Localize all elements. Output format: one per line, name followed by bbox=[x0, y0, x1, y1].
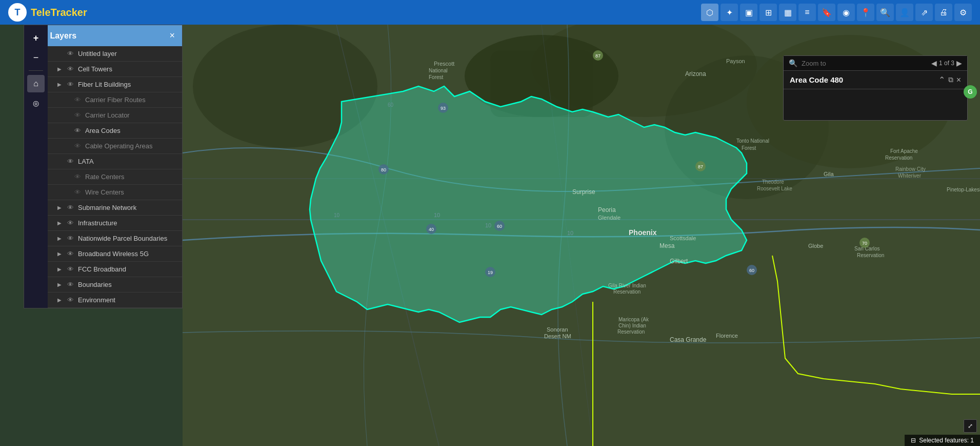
filter-nav-btn[interactable]: ⊞ bbox=[759, 4, 777, 21]
logo-text: TeleTracker bbox=[31, 7, 87, 18]
settings-nav-btn[interactable]: ⚙ bbox=[954, 4, 972, 21]
svg-text:10: 10 bbox=[334, 212, 340, 218]
layer-label-fcc-broadband: FCC Broadband bbox=[78, 265, 175, 273]
svg-text:60: 60 bbox=[497, 224, 502, 229]
layer-label-boundaries: Boundaries bbox=[78, 281, 175, 288]
svg-text:Sonoran: Sonoran bbox=[547, 326, 568, 333]
eye-icon-submarine: 👁 bbox=[67, 204, 74, 211]
add-tool-btn[interactable]: + bbox=[27, 29, 45, 47]
layer-label-carrier-locator: Carrier Locator bbox=[85, 111, 175, 119]
expand-icon-fiber-buildings: ▶ bbox=[56, 81, 63, 88]
svg-text:Arizona: Arizona bbox=[685, 70, 706, 77]
layer-item-rate-centers[interactable]: 👁 Rate Centers bbox=[48, 169, 182, 185]
feature-header: Area Code 480 ⌃ ⧉ × bbox=[784, 71, 967, 89]
layer-item-broadband-wireless[interactable]: ▶ 👁 Broadband Wireless 5G bbox=[48, 246, 182, 262]
svg-text:87: 87 bbox=[595, 53, 601, 59]
search-bar: 🔍 ◀ 1 of 3 ▶ bbox=[784, 56, 967, 71]
record-nav-btn[interactable]: ◉ bbox=[837, 4, 855, 21]
layer-item-boundaries[interactable]: ▶ 👁 Boundaries bbox=[48, 277, 182, 293]
layer-item-carrier-fiber[interactable]: 👁 Carrier Fiber Routes bbox=[48, 92, 182, 108]
svg-text:87: 87 bbox=[698, 164, 703, 169]
svg-text:60: 60 bbox=[749, 268, 754, 273]
logo-icon: T bbox=[8, 3, 27, 22]
search-next-button[interactable]: ▶ bbox=[956, 59, 962, 67]
selected-icon: ⊟ bbox=[911, 437, 916, 444]
svg-text:Globe: Globe bbox=[808, 243, 823, 249]
svg-text:80: 80 bbox=[381, 167, 386, 172]
bookmark-nav-btn[interactable]: 🔖 bbox=[818, 4, 835, 21]
layer-item-cell-towers[interactable]: ▶ 👁 Cell Towers bbox=[48, 62, 182, 77]
svg-text:Prescott: Prescott bbox=[434, 61, 454, 67]
svg-text:Reservation: Reservation bbox=[857, 253, 884, 258]
map-area[interactable]: 10 10 10 60 10 Surprise Peoria Glendale … bbox=[183, 25, 980, 446]
pin-nav-btn[interactable]: 📍 bbox=[857, 4, 874, 21]
home-tool-btn[interactable]: ⌂ bbox=[27, 75, 45, 92]
svg-text:Florence: Florence bbox=[716, 333, 738, 339]
eye-icon-parcel-boundaries: 👁 bbox=[67, 235, 74, 242]
layers-nav-btn[interactable]: ⬡ bbox=[701, 4, 718, 21]
svg-text:Payson: Payson bbox=[726, 58, 745, 64]
eye-icon-carrier-locator: 👁 bbox=[74, 111, 81, 119]
eye-icon-area-codes: 👁 bbox=[74, 127, 81, 134]
user-nav-btn[interactable]: 👤 bbox=[896, 4, 913, 21]
layer-item-untitled[interactable]: 👁 Untitled layer bbox=[48, 46, 182, 62]
eye-icon-broadband-wireless: 👁 bbox=[67, 250, 74, 258]
layer-item-cable-areas[interactable]: 👁 Cable Operating Areas bbox=[48, 139, 182, 154]
search-nav-btn[interactable]: 🔍 bbox=[876, 4, 894, 21]
layer-item-environment[interactable]: ▶ 👁 Environment bbox=[48, 293, 182, 308]
navbar: T TeleTracker ⬡ ✦ ▣ ⊞ ▦ ≡ 🔖 ◉ 📍 🔍 👤 ⇗ 🖨 … bbox=[0, 0, 980, 25]
svg-text:Mesa: Mesa bbox=[659, 242, 675, 249]
layer-item-carrier-locator[interactable]: 👁 Carrier Locator bbox=[48, 108, 182, 123]
list-nav-btn[interactable]: ≡ bbox=[798, 4, 816, 21]
layer-item-parcel-boundaries[interactable]: ▶ 👁 Nationwide Parcel Boundaries bbox=[48, 231, 182, 246]
layer-item-infrastructure[interactable]: ▶ 👁 Infrastructure bbox=[48, 216, 182, 231]
location-tool-btn[interactable]: ◎ bbox=[27, 94, 45, 112]
expand-icon-broadband-wireless: ▶ bbox=[56, 250, 63, 258]
expand-icon-untitled bbox=[56, 50, 63, 57]
search-prev-button[interactable]: ◀ bbox=[931, 59, 937, 67]
minus-tool-btn[interactable]: − bbox=[27, 49, 45, 66]
layer-label-broadband-wireless: Broadband Wireless 5G bbox=[78, 250, 175, 258]
layers-close-button[interactable]: × bbox=[169, 30, 175, 41]
eye-icon-environment: 👁 bbox=[67, 296, 74, 304]
svg-text:Phoenix: Phoenix bbox=[629, 228, 657, 237]
svg-text:19: 19 bbox=[488, 270, 493, 275]
svg-text:Rainbow City: Rainbow City bbox=[895, 166, 926, 172]
svg-text:Gilbert: Gilbert bbox=[670, 258, 688, 265]
monitor-nav-btn[interactable]: ▣ bbox=[740, 4, 757, 21]
share-nav-btn[interactable]: ⇗ bbox=[915, 4, 933, 21]
layer-label-environment: Environment bbox=[78, 296, 175, 304]
svg-text:Maricopa (Ak: Maricopa (Ak bbox=[618, 317, 649, 322]
feature-close-button[interactable]: × bbox=[956, 75, 961, 85]
zoom-to-input[interactable] bbox=[802, 60, 927, 67]
layer-label-rate-centers: Rate Centers bbox=[85, 173, 175, 181]
layer-item-area-codes[interactable]: 👁 Area Codes bbox=[48, 123, 182, 139]
grid-nav-btn[interactable]: ▦ bbox=[779, 4, 796, 21]
svg-text:93: 93 bbox=[441, 106, 446, 111]
layer-item-fcc-broadband[interactable]: ▶ 👁 FCC Broadband bbox=[48, 262, 182, 277]
layer-item-wire-centers[interactable]: 👁 Wire Centers bbox=[48, 185, 182, 200]
layer-label-cell-towers: Cell Towers bbox=[78, 65, 175, 73]
svg-text:Gila: Gila bbox=[824, 171, 834, 177]
feature-expand-button[interactable]: ⧉ bbox=[948, 75, 953, 85]
svg-text:Peoria: Peoria bbox=[598, 206, 616, 214]
layer-item-fiber-buildings[interactable]: ▶ 👁 Fiber Lit Buildings bbox=[48, 77, 182, 92]
eye-icon-boundaries: 👁 bbox=[67, 281, 74, 288]
layer-label-wire-centers: Wire Centers bbox=[85, 188, 175, 196]
expand-icon-fcc-broadband: ▶ bbox=[56, 266, 63, 273]
feature-collapse-button[interactable]: ⌃ bbox=[938, 75, 945, 85]
svg-text:Gila River Indian: Gila River Indian bbox=[608, 283, 646, 288]
print-nav-btn[interactable]: 🖨 bbox=[935, 4, 952, 21]
svg-text:Reservation: Reservation bbox=[617, 329, 645, 335]
svg-text:10: 10 bbox=[485, 222, 491, 228]
fullscreen-button[interactable]: ⤢ bbox=[964, 419, 977, 433]
layer-label-lata: LATA bbox=[78, 158, 175, 165]
layer-item-lata[interactable]: 👁 LATA bbox=[48, 154, 182, 169]
svg-text:10: 10 bbox=[567, 230, 573, 236]
g-badge: G bbox=[964, 85, 977, 99]
layer-item-submarine[interactable]: ▶ 👁 Submarine Network bbox=[48, 200, 182, 216]
eye-icon-infrastructure: 👁 bbox=[67, 219, 74, 227]
eye-icon-lata: 👁 bbox=[67, 158, 74, 165]
satellite-nav-btn[interactable]: ✦ bbox=[721, 4, 738, 21]
search-nav: ◀ 1 of 3 ▶ bbox=[931, 59, 962, 67]
